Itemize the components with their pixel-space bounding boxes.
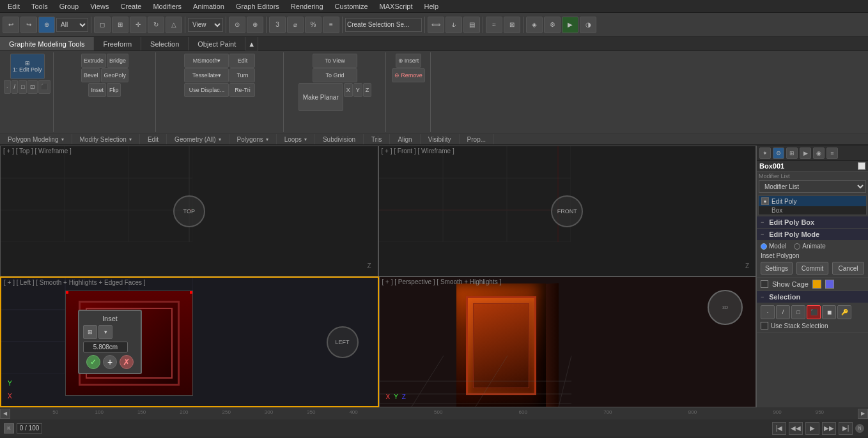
- play-btn[interactable]: ▶: [805, 422, 819, 435]
- make-planar-btn[interactable]: Make Planar: [298, 83, 343, 111]
- geopoly-btn[interactable]: GeoPoly: [101, 68, 128, 82]
- tris-label[interactable]: Tris: [364, 134, 390, 144]
- viewport-front[interactable]: [ + ] [ Front ] [ Wireframe ] Z FRONT: [378, 146, 757, 276]
- pivot-btn[interactable]: ⊕: [247, 17, 263, 33]
- menu-views[interactable]: Views: [85, 1, 114, 11]
- inset-add-btn[interactable]: +: [103, 355, 117, 369]
- select-region-btn[interactable]: ⊞: [112, 17, 128, 33]
- angle-snap[interactable]: ⌀: [287, 17, 304, 33]
- menu-maxscript[interactable]: MAXScript: [375, 1, 418, 11]
- align-btn[interactable]: ⫝: [446, 17, 462, 33]
- active-shade-btn[interactable]: ◑: [580, 17, 596, 33]
- perspective-nav-gizmo[interactable]: 3D: [708, 290, 743, 325]
- viewport-top[interactable]: [ + ] [ Top ] [ Wireframe ]: [0, 146, 378, 276]
- polygon-modeling-label[interactable]: Polygon Modeling▾: [0, 134, 72, 144]
- border-sel-icon[interactable]: □: [791, 305, 805, 319]
- schematic-btn[interactable]: ⊠: [504, 17, 520, 33]
- key-filters-icon[interactable]: 🔑: [837, 305, 851, 319]
- redo-button[interactable]: ↪: [20, 17, 37, 33]
- ref-coord-btn[interactable]: ⊙: [229, 17, 245, 33]
- mssmooth-btn[interactable]: MSmooth ▾: [184, 54, 229, 68]
- tessellate-btn[interactable]: Tessellate ▾: [184, 68, 229, 82]
- poly-mode[interactable]: ⊡: [27, 80, 38, 94]
- menu-group[interactable]: Group: [54, 1, 84, 11]
- prev-frame-btn[interactable]: ◀◀: [789, 422, 803, 435]
- edit-poly-box-header[interactable]: − Edit Poly Box: [757, 216, 868, 228]
- model-radio[interactable]: Model: [761, 243, 786, 250]
- command-panel-hierarchy[interactable]: ⊞: [786, 147, 798, 159]
- command-panel-motion[interactable]: ▶: [800, 147, 811, 159]
- use-displace-btn[interactable]: Use Displac...: [184, 83, 229, 97]
- view-mode-dropdown[interactable]: View: [188, 18, 223, 32]
- inset-ok-btn[interactable]: ✓: [86, 355, 100, 369]
- settings-btn[interactable]: Settings: [761, 262, 793, 275]
- insert-btn[interactable]: ⊕Insert: [396, 54, 422, 68]
- edge-sel-icon[interactable]: /: [776, 305, 790, 319]
- selection-filter-dropdown[interactable]: All: [56, 18, 88, 32]
- subdivision-label[interactable]: Subdivision: [315, 134, 364, 144]
- cancel-epm-btn[interactable]: Cancel: [832, 262, 864, 275]
- material-editor-btn[interactable]: ◈: [526, 17, 543, 33]
- flip-btn[interactable]: Flip: [107, 83, 121, 97]
- edit-btn[interactable]: Edit: [229, 54, 255, 68]
- bevel-btn[interactable]: Bevel: [81, 68, 101, 82]
- element-sel-icon[interactable]: ◼: [822, 305, 836, 319]
- box-sub-item[interactable]: Box: [759, 206, 866, 215]
- z-align-btn[interactable]: Z: [363, 83, 372, 97]
- tab-selection[interactable]: Selection: [141, 37, 189, 50]
- modifier-list-dropdown[interactable]: Modifier List: [759, 180, 866, 193]
- to-view-btn[interactable]: To View: [313, 54, 357, 68]
- re-tri-btn[interactable]: Re-Tri: [229, 83, 255, 97]
- ribbon-collapse-icon[interactable]: ▲: [245, 37, 258, 51]
- x-align-btn[interactable]: X: [344, 83, 353, 97]
- key-mode-btn2[interactable]: N: [855, 424, 864, 433]
- tab-graphite-modeling[interactable]: Graphite Modeling Tools: [0, 37, 94, 50]
- edit-poly-modifier[interactable]: ● Edit Poly: [759, 196, 866, 206]
- mirror-btn[interactable]: ⟺: [428, 17, 444, 33]
- inset-type-btn[interactable]: ⊞: [83, 325, 97, 339]
- menu-modifiers[interactable]: Modifiers: [148, 1, 187, 11]
- top-nav-gizmo[interactable]: TOP: [173, 195, 205, 227]
- modify-selection-label[interactable]: Modify Selection▾: [72, 134, 140, 144]
- vertex-sel-icon[interactable]: ·: [761, 305, 775, 319]
- layer-mgr-btn[interactable]: ▤: [463, 17, 480, 33]
- to-grid-btn[interactable]: To Grid: [313, 68, 357, 82]
- menu-help[interactable]: Help: [419, 1, 444, 11]
- selection-header[interactable]: − Selection: [757, 291, 868, 303]
- loops-label[interactable]: Loops▾: [277, 134, 315, 144]
- poly-sel-icon[interactable]: ⬛: [807, 305, 821, 319]
- align-label[interactable]: Align: [390, 134, 420, 144]
- viewport-perspective[interactable]: [ + ] [ Perspective ] [ Smooth + Highlig…: [379, 276, 757, 407]
- vertex-mode[interactable]: ·: [4, 80, 11, 94]
- element-mode[interactable]: ⬛: [38, 80, 50, 94]
- cage-color-2[interactable]: [825, 280, 834, 289]
- go-end-btn[interactable]: ▶|: [839, 422, 853, 435]
- go-start-btn[interactable]: |◀: [772, 422, 786, 435]
- spinner-snap[interactable]: ≡: [323, 17, 339, 33]
- menu-create[interactable]: Create: [115, 1, 146, 11]
- scale-btn[interactable]: △: [166, 17, 182, 33]
- command-panel-display[interactable]: ◉: [813, 147, 825, 159]
- menu-rendering[interactable]: Rendering: [286, 1, 329, 11]
- menu-graph-editors[interactable]: Graph Editors: [231, 1, 284, 11]
- viewport-left[interactable]: [ + ] [ Left ] [ Smooth + Highlights + E…: [0, 276, 379, 407]
- command-panel-utilities[interactable]: ≡: [826, 147, 838, 159]
- next-frame-btn[interactable]: ▶▶: [822, 422, 836, 435]
- create-selection-input[interactable]: [345, 18, 422, 32]
- geometry-label[interactable]: Geometry (All)▾: [167, 134, 229, 144]
- left-nav-gizmo[interactable]: LEFT: [327, 326, 359, 358]
- frame-position[interactable]: [17, 423, 42, 434]
- timeline-next-btn[interactable]: ▶: [858, 409, 868, 419]
- render-setup-btn[interactable]: ⚙: [544, 17, 561, 33]
- visibility-label[interactable]: Visibility: [421, 134, 460, 144]
- menu-customize[interactable]: Customize: [330, 1, 373, 11]
- inset-btn[interactable]: Inset: [88, 83, 106, 97]
- timeline-track[interactable]: 50 100 150 200 250 300 350 400 500 600 7…: [10, 408, 858, 419]
- edge-mode[interactable]: /: [12, 80, 19, 94]
- render-btn[interactable]: ▶: [562, 17, 578, 33]
- use-stack-checkbox[interactable]: [761, 322, 768, 329]
- polygons-label[interactable]: Polygons▾: [229, 134, 277, 144]
- rotate-btn[interactable]: ↻: [148, 17, 164, 33]
- inset-dropdown-btn[interactable]: ▾: [98, 325, 112, 339]
- select-btn[interactable]: ◻: [94, 17, 111, 33]
